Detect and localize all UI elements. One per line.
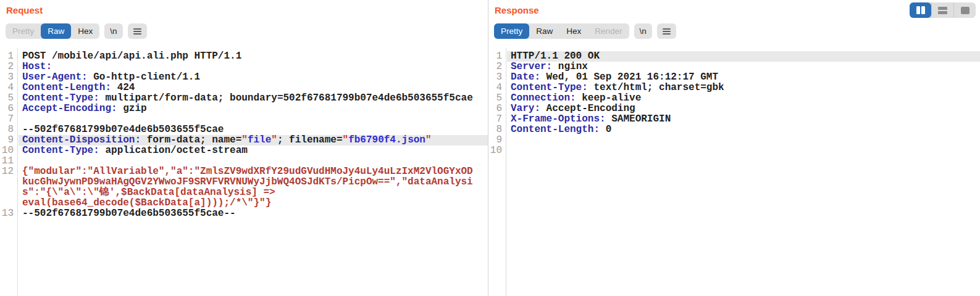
token[interactable]: "	[271, 134, 277, 146]
line-content[interactable]: --502f67681799b07e4de6b503655f5cae--	[22, 208, 475, 219]
token[interactable]: file	[248, 134, 271, 146]
tab-raw[interactable]: Raw	[41, 23, 71, 39]
token[interactable]: Connection:	[511, 92, 576, 104]
token[interactable]: User-Agent:	[22, 72, 88, 83]
token[interactable]: keep-alive	[576, 92, 642, 104]
line-content[interactable]: Content-Type: multipart/form-data; bound…	[22, 93, 475, 104]
editor-line[interactable]: 7	[0, 114, 488, 125]
token[interactable]: Wed, 01 Sep 2021 16:12:17 GMT	[540, 72, 718, 83]
editor-line[interactable]: 4Content-Type: text/html; charset=gbk	[488, 83, 980, 93]
line-content[interactable]: Date: Wed, 01 Sep 2021 16:12:17 GMT	[511, 72, 980, 83]
editor-line[interactable]: 13--502f67681799b07e4de6b503655f5cae--	[0, 208, 488, 219]
line-content[interactable]: Content-Length: 0	[511, 125, 980, 135]
line-content[interactable]: Connection: keep-alive	[511, 93, 980, 104]
response-editor-menu-button[interactable]	[657, 23, 676, 39]
editor-line[interactable]: 3Date: Wed, 01 Sep 2021 16:12:17 GMT	[488, 72, 980, 83]
line-content[interactable]	[511, 135, 980, 146]
response-editor[interactable]: 1HTTP/1.1 200 OK2Server: nginx3Date: Wed…	[488, 48, 980, 296]
editor-line[interactable]: 10Content-Type: application/octet-stream	[0, 146, 488, 156]
token[interactable]: multipart/form-data; boundary=502f676817…	[99, 92, 473, 104]
editor-line[interactable]: 12{"modular":"AllVariable","a":"ZmlsZV9w…	[0, 166, 488, 208]
line-content[interactable]: User-Agent: Go-http-client/1.1	[22, 72, 475, 83]
editor-line[interactable]: 5Content-Type: multipart/form-data; boun…	[0, 93, 488, 104]
line-content[interactable]: Content-Type: application/octet-stream	[22, 146, 475, 156]
tab-hex[interactable]: Hex	[559, 23, 588, 39]
line-content[interactable]: Host:	[22, 62, 475, 72]
line-content[interactable]: --502f67681799b07e4de6b503655f5cae	[22, 125, 475, 135]
token[interactable]: text/html; charset=gbk	[588, 82, 724, 93]
token[interactable]: gzip	[117, 103, 147, 114]
line-content[interactable]: POST /mobile/api/api.ali.php HTTP/1.1	[22, 51, 475, 62]
token[interactable]: 424	[111, 82, 135, 93]
token[interactable]: Content-Type:	[22, 92, 99, 104]
editor-line[interactable]: 2Server: nginx	[488, 62, 980, 72]
editor-line[interactable]: 2Host:	[0, 62, 488, 72]
line-content[interactable]: Vary: Accept-Encoding	[511, 104, 980, 114]
token[interactable]: "	[343, 134, 349, 146]
line-content[interactable]: Accept-Encoding: gzip	[22, 104, 475, 114]
token[interactable]: form-data; name=	[141, 134, 241, 146]
line-content[interactable]: Content-Type: text/html; charset=gbk	[511, 83, 980, 93]
line-content[interactable]	[22, 114, 475, 125]
token[interactable]: X-Frame-Options:	[511, 113, 606, 125]
token[interactable]: --502f67681799b07e4de6b503655f5cae	[22, 124, 224, 135]
token[interactable]: "	[425, 134, 432, 146]
editor-line[interactable]: 1HTTP/1.1 200 OK	[488, 51, 980, 62]
token[interactable]: Server:	[511, 61, 552, 72]
editor-line[interactable]: 1POST /mobile/api/api.ali.php HTTP/1.1	[0, 51, 488, 62]
editor-line[interactable]: 5Connection: keep-alive	[488, 93, 980, 104]
line-content[interactable]	[511, 146, 980, 156]
editor-line[interactable]: 7X-Frame-Options: SAMEORIGIN	[488, 114, 980, 125]
editor-line[interactable]: 6Vary: Accept-Encoding	[488, 104, 980, 114]
token[interactable]: Vary:	[511, 103, 540, 114]
token[interactable]: Content-Length:	[511, 124, 600, 135]
token[interactable]: HTTP/1.1 200 OK	[511, 51, 600, 62]
token[interactable]: Date:	[511, 72, 540, 83]
token[interactable]: Accept-Encoding	[540, 103, 635, 114]
editor-line[interactable]: 9Content-Disposition: form-data; name="f…	[0, 135, 488, 146]
layout-segment-single-layout-icon[interactable]	[953, 2, 976, 18]
token[interactable]: ; filename=	[277, 134, 343, 146]
editor-line[interactable]: 11	[0, 156, 488, 166]
layout-segment-rows-layout-icon[interactable]	[931, 2, 953, 18]
token[interactable]: Content-Type:	[511, 82, 588, 93]
token[interactable]: Host:	[22, 61, 52, 72]
request-newline-toggle-button[interactable]: \n	[104, 23, 122, 39]
line-content[interactable]: X-Frame-Options: SAMEORIGIN	[511, 114, 980, 125]
line-content[interactable]: Content-Disposition: form-data; name="fi…	[22, 135, 475, 146]
token[interactable]: nginx	[552, 61, 588, 72]
editor-line[interactable]: 8--502f67681799b07e4de6b503655f5cae	[0, 125, 488, 135]
editor-line[interactable]: 8Content-Length: 0	[488, 125, 980, 135]
response-newline-toggle-button[interactable]: \n	[634, 23, 652, 39]
token[interactable]: POST /mobile/api/api.ali.php HTTP/1.1	[22, 51, 241, 62]
token[interactable]: {"modular":"AllVariable","a":"ZmlsZV9wdX…	[22, 166, 473, 208]
tab-hex[interactable]: Hex	[71, 23, 99, 39]
editor-line[interactable]: 6Accept-Encoding: gzip	[0, 104, 488, 114]
line-content[interactable]: {"modular":"AllVariable","a":"ZmlsZV9wdX…	[22, 166, 475, 208]
token[interactable]: Accept-Encoding:	[22, 103, 117, 114]
token[interactable]: 0	[600, 124, 611, 135]
token[interactable]: fb6790f4.json	[348, 134, 425, 146]
token[interactable]: Content-Type:	[22, 145, 99, 156]
token[interactable]: SAMEORIGIN	[606, 113, 671, 125]
line-content[interactable]: Server: nginx	[511, 62, 980, 72]
request-editor[interactable]: 1POST /mobile/api/api.ali.php HTTP/1.12H…	[0, 48, 488, 296]
line-content[interactable]: HTTP/1.1 200 OK	[511, 51, 980, 62]
layout-segment-columns-layout-icon[interactable]	[910, 2, 931, 18]
token[interactable]: Content-Length:	[22, 82, 111, 93]
editor-line[interactable]: 3User-Agent: Go-http-client/1.1	[0, 72, 488, 83]
token[interactable]: application/octet-stream	[99, 145, 248, 156]
tab-pretty[interactable]: Pretty	[494, 23, 529, 39]
tab-raw[interactable]: Raw	[529, 23, 559, 39]
token[interactable]: "	[241, 134, 248, 146]
token[interactable]: --502f67681799b07e4de6b503655f5cae--	[22, 208, 236, 219]
token[interactable]: Content-Disposition:	[22, 134, 141, 146]
editor-line[interactable]: 4Content-Length: 424	[0, 83, 488, 93]
editor-line[interactable]: 10	[488, 146, 980, 156]
line-content[interactable]	[22, 156, 475, 166]
line-content[interactable]: Content-Length: 424	[22, 83, 475, 93]
request-editor-menu-button[interactable]	[128, 23, 147, 39]
token[interactable]: Go-http-client/1.1	[88, 72, 200, 83]
editor-line[interactable]: 9	[488, 135, 980, 146]
line-number: 2	[0, 62, 19, 72]
